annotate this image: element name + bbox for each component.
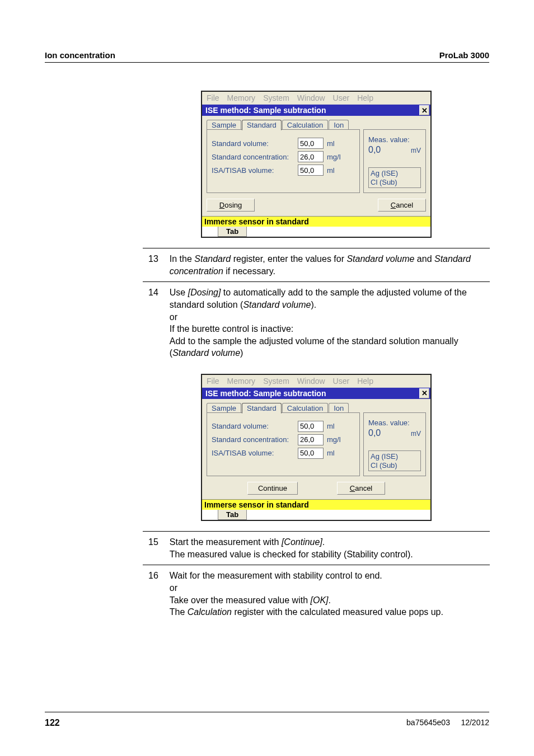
meas-unit-2: mV xyxy=(411,430,421,438)
std-volume-unit: ml xyxy=(327,139,344,148)
header-rule xyxy=(45,62,489,63)
meas-value-2: 0,0 xyxy=(368,428,381,438)
menu-memory-2[interactable]: Memory xyxy=(227,377,256,386)
sensor-line1: Ag (ISE) xyxy=(371,169,419,178)
cancel-button[interactable]: Cancel xyxy=(378,199,426,212)
tabs: Sample Standard Calculation Ion xyxy=(207,119,426,130)
step-16-num: 16 xyxy=(143,565,164,623)
isa-input-2[interactable] xyxy=(298,448,324,459)
dialog-title-2: ISE method: Sample subtraction xyxy=(205,389,326,398)
header-right: ProLab 3000 xyxy=(439,50,489,60)
header-left: Ion concentration xyxy=(45,50,115,60)
menubar-2: File Memory System Window User Help xyxy=(202,375,430,388)
sensor-line2-2: Cl (Sub) xyxy=(371,461,419,470)
doc-date: 12/2012 xyxy=(461,718,489,727)
step-15-text: Start the measurement with [Continue]. T… xyxy=(164,532,490,565)
menubar: File Memory System Window User Help xyxy=(202,92,430,105)
std-volume-input-2[interactable] xyxy=(298,421,324,432)
std-conc-unit: mg/l xyxy=(327,153,344,161)
menu-help-2[interactable]: Help xyxy=(357,377,373,386)
page-number: 122 xyxy=(45,718,60,728)
meas-label-2: Meas. value: xyxy=(368,419,421,427)
std-volume-unit-2: ml xyxy=(327,422,344,430)
std-volume-label: Standard volume: xyxy=(212,139,294,148)
std-volume-input[interactable] xyxy=(298,138,324,149)
std-conc-input[interactable] xyxy=(298,151,324,162)
dialog-title: ISE method: Sample subtraction xyxy=(205,106,326,115)
menu-system[interactable]: System xyxy=(263,93,289,102)
close-icon-2[interactable]: ✕ xyxy=(419,388,429,398)
status-bar: Immerse sensor in standard xyxy=(202,216,430,227)
std-conc-unit-2: mg/l xyxy=(327,435,344,444)
dialog-ise-2: File Memory System Window User Help ISE … xyxy=(201,374,432,521)
isa-label-2: ISA/TISAB volume: xyxy=(212,449,294,457)
menu-window[interactable]: Window xyxy=(297,93,325,102)
steps-table-2: 15 Start the measurement with [Continue]… xyxy=(143,531,490,623)
footer-rule xyxy=(45,712,489,712)
std-conc-label: Standard concentration: xyxy=(212,153,294,161)
doc-id: ba75645e03 xyxy=(406,718,450,727)
dosing-button[interactable]: Dosing xyxy=(207,199,255,212)
step-16-text: Wait for the measurement with stability … xyxy=(164,565,490,623)
menu-window-2[interactable]: Window xyxy=(297,377,325,386)
meas-value: 0,0 xyxy=(368,145,381,155)
step-13-num: 13 xyxy=(143,248,164,282)
panel-meas: Meas. value: 0,0 mV Ag (ISE) Cl (Sub) xyxy=(363,129,426,193)
foot-tab[interactable]: Tab xyxy=(218,227,247,237)
meas-unit: mV xyxy=(411,147,421,154)
step-15-num: 15 xyxy=(143,532,164,565)
tab-standard-2[interactable]: Standard xyxy=(242,403,282,414)
menu-memory[interactable]: Memory xyxy=(227,93,256,102)
step-13-text: In the Standard register, enter the valu… xyxy=(164,248,490,282)
menu-file[interactable]: File xyxy=(207,93,219,102)
step-14-text: Use [Dosing] to automatically add to the… xyxy=(164,282,490,364)
menu-help[interactable]: Help xyxy=(357,93,373,102)
meas-label: Meas. value: xyxy=(368,135,421,144)
continue-button[interactable]: Continue xyxy=(247,482,298,495)
isa-unit: ml xyxy=(327,166,344,175)
menu-user-2[interactable]: User xyxy=(333,377,350,386)
std-volume-label-2: Standard volume: xyxy=(212,422,294,430)
menu-user[interactable]: User xyxy=(333,93,350,102)
close-icon[interactable]: ✕ xyxy=(419,105,429,115)
panel-standard: Standard volume: ml Standard concentrati… xyxy=(207,129,360,193)
status-bar-2: Immerse sensor in standard xyxy=(202,499,430,510)
cancel-button-2[interactable]: Cancel xyxy=(337,482,385,495)
menu-system-2[interactable]: System xyxy=(263,377,289,386)
step-14-num: 14 xyxy=(143,282,164,364)
isa-unit-2: ml xyxy=(327,449,344,457)
std-conc-label-2: Standard concentration: xyxy=(212,435,294,444)
sensor-line2: Cl (Sub) xyxy=(371,178,419,187)
isa-input[interactable] xyxy=(298,165,324,176)
dialog-ise-1: File Memory System Window User Help ISE … xyxy=(201,91,432,238)
tab-standard[interactable]: Standard xyxy=(242,120,282,130)
foot-tab-2[interactable]: Tab xyxy=(218,510,247,520)
sensor-line1-2: Ag (ISE) xyxy=(371,452,419,461)
menu-file-2[interactable]: File xyxy=(207,377,219,386)
isa-label: ISA/TISAB volume: xyxy=(212,166,294,175)
std-conc-input-2[interactable] xyxy=(298,434,324,445)
steps-table-1: 13 In the Standard register, enter the v… xyxy=(143,248,490,364)
